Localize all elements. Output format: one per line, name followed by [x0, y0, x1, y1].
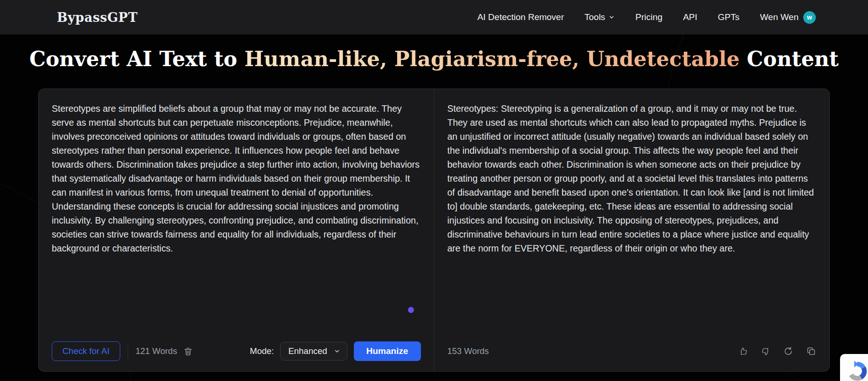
- user-name: Wen Wen: [760, 12, 799, 22]
- chevron-down-icon: [334, 348, 340, 354]
- input-word-count: 121 Words: [136, 346, 177, 356]
- nav-item-ai-detection-remover[interactable]: AI Detection Remover: [477, 12, 564, 22]
- mode-controls: Mode: Enhanced Humanize: [250, 341, 421, 361]
- recaptcha-badge[interactable]: [840, 354, 868, 381]
- toolbar-divider: [128, 343, 128, 359]
- input-textarea[interactable]: Stereotypes are simplified beliefs about…: [52, 102, 421, 336]
- clear-text-button[interactable]: [183, 347, 193, 356]
- mode-selected-value: Enhanced: [288, 346, 327, 356]
- thumbs-up-icon: [738, 347, 748, 356]
- output-word-count: 153 Words: [448, 346, 489, 356]
- title-prefix: Convert AI Text to: [29, 47, 244, 71]
- check-for-ai-button[interactable]: Check for AI: [52, 341, 120, 361]
- page-title: Convert AI Text to Human-like, Plagiaris…: [29, 47, 839, 71]
- mode-dropdown[interactable]: Enhanced: [280, 342, 347, 361]
- input-toolbar: Check for AI 121 Words Mode: Enhanced Hu…: [52, 340, 421, 362]
- cursor-dot: [408, 307, 414, 313]
- nav-item-api[interactable]: API: [683, 12, 697, 22]
- humanizer-workspace: Stereotypes are simplified beliefs about…: [38, 88, 830, 372]
- output-actions: [738, 346, 816, 356]
- brand-logo[interactable]: BypassGPT: [57, 10, 138, 25]
- nav-menu: AI Detection Remover Tools Pricing API G…: [477, 11, 816, 24]
- output-pane: Stereotypes: Stereotyping is a generaliz…: [434, 89, 830, 371]
- thumbs-down-icon: [761, 347, 771, 356]
- nav-item-tools[interactable]: Tools: [585, 12, 615, 22]
- top-nav: BypassGPT AI Detection Remover Tools Pri…: [0, 0, 868, 34]
- nav-item-gpts[interactable]: GPTs: [718, 12, 739, 22]
- input-pane: Stereotypes are simplified beliefs about…: [39, 89, 434, 371]
- regenerate-button[interactable]: [783, 346, 793, 356]
- mode-label: Mode:: [250, 346, 274, 356]
- copy-button[interactable]: [806, 346, 816, 356]
- copy-icon: [806, 346, 816, 356]
- humanize-button[interactable]: Humanize: [354, 341, 421, 361]
- nav-item-pricing[interactable]: Pricing: [635, 12, 662, 22]
- thumbs-down-button[interactable]: [761, 347, 771, 356]
- recaptcha-icon: [845, 359, 868, 381]
- user-account[interactable]: Wen Wen w: [760, 11, 816, 24]
- output-text: Stereotypes: Stereotyping is a generaliz…: [448, 102, 817, 336]
- thumbs-up-button[interactable]: [738, 347, 748, 356]
- chevron-down-icon: [608, 14, 615, 20]
- avatar[interactable]: w: [803, 11, 816, 24]
- hero: Convert AI Text to Human-like, Plagiaris…: [0, 47, 868, 71]
- title-suffix: Content: [740, 47, 839, 71]
- title-highlight: Human-like, Plagiarism-free, Undetectabl…: [244, 47, 740, 71]
- trash-icon: [183, 347, 193, 356]
- refresh-icon: [783, 346, 793, 356]
- output-toolbar: 153 Words: [448, 340, 817, 362]
